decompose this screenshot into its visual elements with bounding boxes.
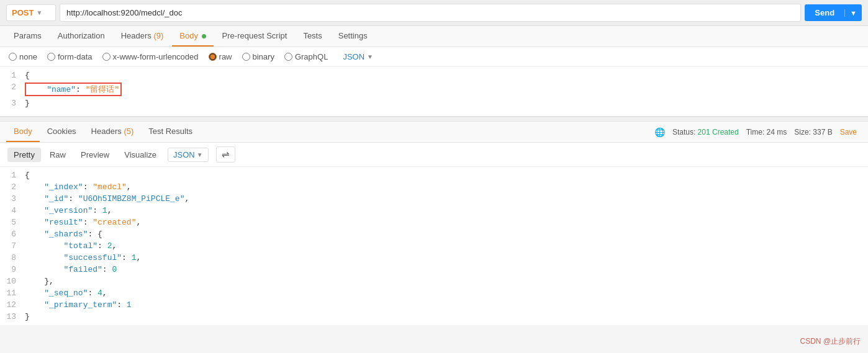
tab-pre-request[interactable]: Pre-request Script	[215, 26, 295, 47]
resp-line-10: 10 },	[0, 275, 868, 287]
save-link[interactable]: Save	[840, 128, 857, 136]
tab-settings[interactable]: Settings	[331, 26, 375, 47]
resp-line-8: 8 "successful": 1,	[0, 252, 868, 264]
resp-tab-body[interactable]: Body	[6, 122, 40, 142]
resp-line-2: 2 "_index": "medcl",	[0, 181, 868, 193]
req-line-1: 1 {	[0, 69, 868, 81]
req-line-3: 3 }	[0, 97, 868, 109]
globe-icon: 🌐	[654, 127, 665, 137]
time-label: Time: 24 ms	[746, 128, 787, 136]
json-format-selector[interactable]: JSON ▼	[343, 52, 373, 61]
fmt-pretty-button[interactable]: Pretty	[7, 148, 41, 162]
resp-line-1: 1 {	[0, 169, 868, 181]
response-json-label: JSON	[173, 150, 195, 159]
wrap-button[interactable]: ⇌	[216, 146, 235, 163]
tab-headers[interactable]: Headers (9)	[114, 26, 171, 47]
radio-binary[interactable]: binary	[242, 52, 274, 61]
tab-params[interactable]: Params	[6, 26, 49, 47]
top-bar: POST ▼ Send ▼	[0, 0, 868, 26]
method-label: POST	[12, 8, 34, 17]
json-chevron-icon: ▼	[367, 53, 373, 60]
headers-badge: (9)	[153, 31, 163, 40]
fmt-visualize-button[interactable]: Visualize	[118, 148, 163, 162]
req-line-2: 2 "name": "留得话"	[0, 81, 868, 97]
section-divider	[0, 117, 868, 122]
resp-line-9: 9 "failed": 0	[0, 264, 868, 275]
json-format-label: JSON	[343, 52, 364, 61]
tab-body[interactable]: Body	[172, 26, 213, 47]
resp-headers-badge: (5)	[124, 127, 133, 136]
send-label: Send	[805, 8, 844, 17]
status-label: Status: 201 Created	[672, 128, 739, 136]
highlighted-name-field: "name": "留得话"	[25, 83, 122, 96]
send-dropdown-icon[interactable]: ▼	[844, 9, 862, 17]
size-label: Size: 337 B	[794, 128, 832, 136]
request-body-editor[interactable]: 1 { 2 "name": "留得话" 3 }	[0, 67, 868, 117]
method-selector[interactable]: POST ▼	[6, 4, 56, 21]
resp-line-12: 12 "_primary_term": 1	[0, 299, 868, 311]
size-value: 337 B	[813, 128, 832, 136]
radio-urlencoded[interactable]: x-www-form-urlencoded	[102, 52, 199, 61]
response-json-selector[interactable]: JSON ▼	[168, 148, 209, 162]
time-value: 24 ms	[767, 128, 787, 136]
resp-tab-test-results[interactable]: Test Results	[141, 122, 200, 142]
request-tabs: Params Authorization Headers (9) Body Pr…	[0, 26, 868, 47]
resp-tab-cookies[interactable]: Cookies	[40, 122, 84, 142]
radio-raw[interactable]: raw	[209, 52, 232, 61]
body-type-row: none form-data x-www-form-urlencoded raw…	[0, 47, 868, 67]
tab-tests[interactable]: Tests	[296, 26, 329, 47]
tab-authorization[interactable]: Authorization	[50, 26, 112, 47]
radio-none[interactable]: none	[9, 52, 37, 61]
send-button[interactable]: Send ▼	[805, 4, 862, 21]
status-value: 201 Created	[698, 128, 739, 136]
resp-tab-headers[interactable]: Headers (5)	[84, 122, 142, 142]
response-tabs-row: Body Cookies Headers (5) Test Results 🌐 …	[0, 122, 868, 143]
resp-line-4: 4 "_version": 1,	[0, 205, 868, 217]
resp-line-7: 7 "total": 2,	[0, 240, 868, 252]
response-format-row: Pretty Raw Preview Visualize JSON ▼ ⇌	[0, 143, 868, 167]
fmt-preview-button[interactable]: Preview	[75, 148, 115, 162]
radio-graphql[interactable]: GraphQL	[284, 52, 328, 61]
radio-form-data[interactable]: form-data	[47, 52, 93, 61]
method-chevron-icon: ▼	[36, 9, 42, 16]
resp-line-6: 6 "_shards": {	[0, 228, 868, 240]
response-json-chevron-icon: ▼	[197, 151, 203, 158]
response-body-editor: 1 { 2 "_index": "medcl", 3 "_id": "U6Oh5…	[0, 167, 868, 325]
resp-line-3: 3 "_id": "U6Oh5IMBZ8M_PiPCLE_e",	[0, 193, 868, 205]
response-status-area: 🌐 Status: 201 Created Time: 24 ms Size: …	[654, 127, 862, 137]
url-input[interactable]	[60, 4, 801, 22]
body-dot-indicator	[202, 34, 206, 38]
fmt-raw-button[interactable]: Raw	[43, 148, 72, 162]
resp-line-5: 5 "result": "created",	[0, 217, 868, 228]
resp-line-11: 11 "_seq_no": 4,	[0, 287, 868, 299]
resp-line-13: 13 }	[0, 311, 868, 323]
